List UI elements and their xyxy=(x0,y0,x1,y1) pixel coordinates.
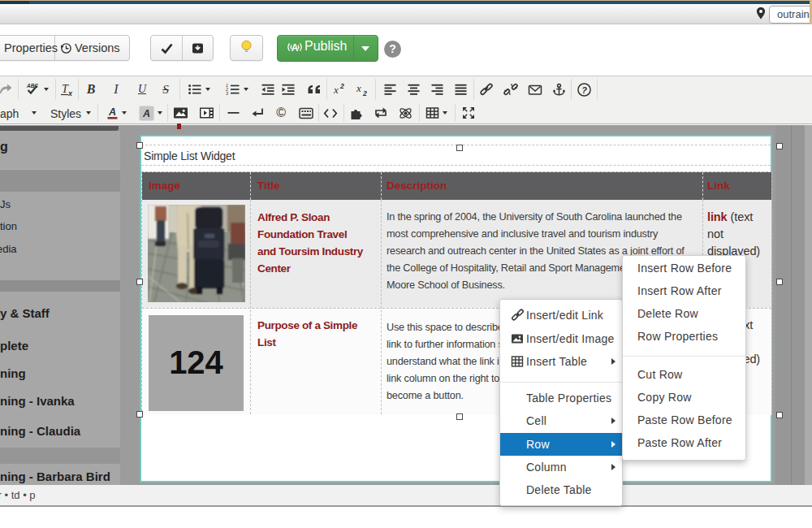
svg-text:A: A xyxy=(292,42,299,54)
svg-text:2: 2 xyxy=(339,83,344,90)
svg-text:A: A xyxy=(141,107,149,119)
svg-text:x: x xyxy=(356,83,361,94)
svg-text:A: A xyxy=(107,106,115,118)
svg-text:3: 3 xyxy=(226,91,228,96)
svg-text:2: 2 xyxy=(362,89,367,97)
svg-text:x: x xyxy=(333,84,339,96)
svg-text:x: x xyxy=(67,89,73,97)
svg-text:?: ? xyxy=(581,84,587,94)
